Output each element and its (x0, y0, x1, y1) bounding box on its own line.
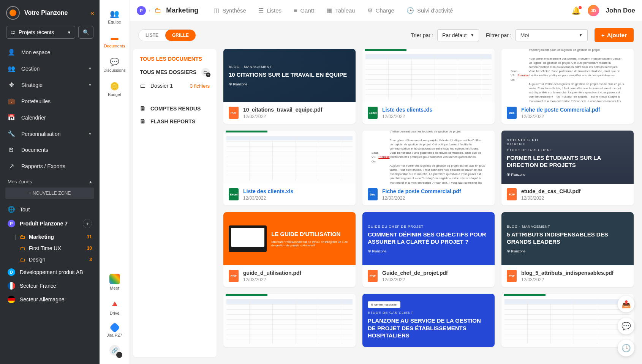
fab-export[interactable]: 📤 (618, 296, 634, 312)
rail-add-integration[interactable]: 🔗 + (107, 343, 122, 358)
users-icon: 👥 (110, 9, 119, 18)
folder-flash[interactable]: 🗎 FLASH REPORTS (140, 118, 210, 125)
sidebar-item-rapports-exports[interactable]: ↗ Rapports / Exports (0, 158, 100, 174)
filter-select[interactable]: Moi ▼ (515, 29, 588, 41)
fab-chat[interactable]: 💬 (618, 318, 634, 334)
export-icon: 📤 (621, 299, 631, 309)
rail-drive[interactable]: 🔺 Drive (100, 296, 130, 318)
tab-label: Suivi d'activité (417, 7, 453, 14)
sidebar-item-gestion[interactable]: 👥 Gestion ▼ (0, 60, 100, 77)
zone-all[interactable]: 🌐 Tout (0, 203, 100, 216)
document-card[interactable]: Excel Liste des clients.xls 12/03/2022 (362, 49, 495, 124)
zone-add-icon[interactable]: ＋ (83, 219, 92, 228)
document-name: Liste des clients.xls (243, 188, 293, 194)
sidebar-item-documents[interactable]: 🗎 Documents (0, 142, 100, 158)
rail-meet[interactable]: Meet (100, 271, 130, 293)
rail-budget[interactable]: 🪙 Budget (100, 78, 130, 101)
collapse-sidebar-icon[interactable]: « (90, 9, 94, 17)
zone-france[interactable]: Secteur France (0, 279, 100, 293)
document-card[interactable]: Saas VS On Premise : découvrez les atout… (362, 131, 495, 205)
avatar[interactable]: JD (588, 5, 599, 16)
document-icon: 🗎 (140, 118, 146, 125)
document-date: 12/03/2022 (243, 195, 293, 201)
sidebar-item-mon-espace[interactable]: 👤 Mon espace (0, 44, 100, 60)
folder-comptes[interactable]: 🗎 COMPTES RENDUS (140, 105, 210, 112)
plus-icon: + (601, 32, 605, 38)
user-name[interactable]: John Doe (606, 7, 635, 14)
document-card[interactable]: LE GUIDE D'UTILISATIONStructurer l'envir… (223, 212, 356, 287)
zone-germany-label: Secteur Allemagne (20, 296, 65, 303)
rail-equipe[interactable]: 👥 Équipe (100, 5, 130, 28)
rail-documents[interactable]: ▬ Documents (100, 30, 130, 52)
topbar: P › 🗀 Marketing ◫Synthèse☰Listes≡Gantt▦T… (130, 0, 642, 21)
pipe-icon: | (14, 234, 16, 240)
coins-icon: 🪙 (110, 82, 119, 91)
zone-firstux[interactable]: 🗀 First Time UX 10 (0, 243, 100, 254)
recent-projects-label: Projets récents (19, 29, 54, 35)
notifications-button[interactable]: 🔔 (571, 6, 581, 15)
list-icon: ☰ (258, 7, 264, 14)
document-card[interactable]: SCIENCES POGrenobleÉTUDE DE CAS CLIENTFO… (501, 131, 634, 205)
documents-icon: ▬ (111, 33, 119, 42)
document-card[interactable]: ⊕ centre hospitalierÉTUDE DE CAS CLIENTP… (362, 294, 495, 347)
document-card[interactable]: Excel Liste des clients.xls 12/03/2022 (223, 131, 356, 205)
zone-marketing[interactable]: | 🗀 Marketing 11 (0, 231, 100, 243)
sidebar-item-label: Mon espace (21, 49, 50, 55)
pdf-icon: PDF (507, 270, 517, 282)
tab-suivi-d-activit-[interactable]: 🕒Suivi d'activité (400, 0, 459, 21)
document-date: 12/03/2022 (243, 277, 301, 282)
tab-tableau[interactable]: ▦Tableau (320, 0, 361, 21)
document-card[interactable] (501, 294, 634, 347)
project-badge[interactable]: P (137, 6, 146, 15)
sort-select[interactable]: Par défaut ▼ (437, 29, 479, 41)
activity-icon: 🕒 (406, 7, 414, 14)
rail-documents-label: Documents (104, 44, 125, 48)
recent-projects-select[interactable]: 🗂 Projets récents ▼ (6, 26, 75, 39)
zone-product[interactable]: P Produit Planzone 7 ＋ (0, 216, 100, 231)
document-card[interactable]: BLOG - MANAGEMENT5 ATTRIBUTS INDISPENSAB… (501, 212, 634, 287)
main: P › 🗀 Marketing ◫Synthèse☰Listes≡Gantt▦T… (130, 0, 642, 364)
chevron-down-icon: ▼ (88, 66, 92, 71)
all-documents-link[interactable]: TOUS LES DOCUMENTS (140, 56, 210, 62)
secondary-rail: 👥 Équipe ▬ Documents 💬 Discussions 🪙 Bud… (100, 0, 130, 364)
tab-charge[interactable]: ⚙Charge (361, 0, 400, 21)
app-logo[interactable] (6, 6, 20, 20)
sidebar-item-portefeuilles[interactable]: 💼 Portefeuilles (0, 93, 100, 109)
view-list-button[interactable]: LISTE (139, 30, 165, 41)
tab-label: Synthèse (222, 7, 246, 14)
zones-section-header[interactable]: Mes Zones ▴ (0, 174, 100, 188)
user-icon: 👤 (8, 49, 15, 56)
sidebar-item-calendrier[interactable]: 📅 Calendrier (0, 109, 100, 126)
sidebar-item-personnalisation[interactable]: 🔧 Personnalisation ▼ (0, 126, 100, 142)
tab-label: Tableau (335, 7, 355, 14)
project-name: Marketing (166, 6, 198, 14)
tab-gantt[interactable]: ≡Gantt (288, 0, 320, 21)
document-card[interactable]: GUIDE DU CHEF DE PROJETCOMMENT DÉFINIR S… (362, 212, 495, 287)
sidebar-item-label: Rapports / Exports (21, 163, 65, 169)
folder-dossier1[interactable]: 🗀 Dossier 1 3 fichiers (140, 82, 210, 89)
pdf-icon: PDF (229, 107, 239, 119)
rail-discussions[interactable]: 💬 Discussions (100, 54, 130, 76)
xls-icon: Excel (229, 188, 239, 200)
new-zone-button[interactable]: + NOUVELLE ZONE (5, 188, 94, 199)
add-button[interactable]: + Ajouter (595, 28, 634, 42)
add-folder-button[interactable]: 🗀+ (201, 68, 210, 76)
sort-value: Par défaut (442, 32, 467, 38)
document-card[interactable] (223, 294, 356, 347)
zone-germany[interactable]: Secteur Allemagne (0, 293, 100, 306)
zones-label: Mes Zones (8, 179, 32, 184)
fab-timer[interactable]: 🕒 (618, 340, 634, 356)
tab-synth-se[interactable]: ◫Synthèse (207, 0, 252, 21)
rail-jira[interactable]: Jira PZ7 (100, 321, 130, 340)
search-icon: 🔍 (83, 29, 89, 35)
document-card[interactable]: BLOG - MANAGEMENT10 CITATIONS SUR LE TRA… (223, 49, 356, 124)
zone-design[interactable]: 🗀 Design 3 (0, 254, 100, 265)
grid-icon: ◫ (213, 7, 219, 14)
sidebar-item-strat-gie[interactable]: ✥ Stratégie ▼ (0, 77, 100, 93)
search-button[interactable]: 🔍 (78, 26, 93, 39)
view-grid-button[interactable]: GRILLE (165, 30, 196, 41)
folder-icon: 🗀 (20, 245, 25, 251)
tab-listes[interactable]: ☰Listes (252, 0, 288, 21)
zone-dev[interactable]: D Développement produit AB (0, 265, 100, 279)
document-card[interactable]: Saas VS On Premise : découvrez les atout… (501, 49, 634, 124)
